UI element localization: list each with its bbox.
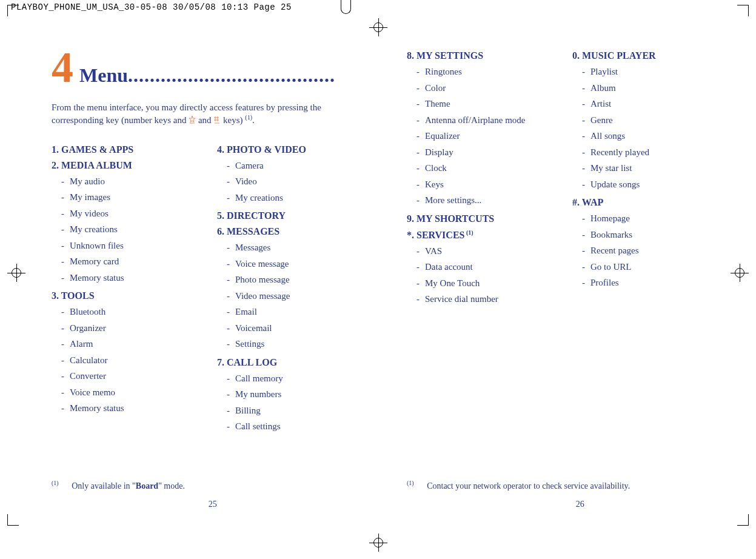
page-number-left: 25 <box>201 500 225 509</box>
footnote-left-suffix: " mode. <box>158 481 185 490</box>
list-item: Call memory <box>217 370 364 387</box>
registration-mark-left <box>7 264 25 282</box>
list-item: Album <box>572 80 720 96</box>
chapter-dots: ...................................... <box>128 64 335 87</box>
section-title: *. SERVICES (1) <box>407 229 554 241</box>
list-item: Messages <box>217 239 364 256</box>
list-item: Video <box>217 173 364 190</box>
list-item: Memory status <box>52 270 199 286</box>
list-item: Keys <box>407 176 554 193</box>
chapter-name: Menu <box>79 64 128 88</box>
page-left: 4 Menu .................................… <box>52 45 383 506</box>
list-item: Email <box>217 304 364 320</box>
list-item: Memory card <box>52 253 199 270</box>
section-title: 4. PHOTO & VIDEO <box>217 144 364 155</box>
list-item: Bluetooth <box>52 304 199 320</box>
list-item: Update songs <box>572 176 720 193</box>
left-col1: 1. GAMES & APPS2. MEDIA ALBUMMy audioMy … <box>52 139 199 438</box>
intro-sup: (1) <box>245 114 252 121</box>
list-item: Call settings <box>217 418 364 435</box>
sub-list: RingtonesColorThemeAntenna off/Airplane … <box>407 64 554 209</box>
list-item: Color <box>407 80 554 96</box>
list-item: My creations <box>217 190 364 206</box>
intro-line1: From the menu interface, you may directl… <box>52 102 321 112</box>
list-item: Settings <box>217 336 364 352</box>
sub-list: HomepageBookmarksRecent pagesGo to URLPr… <box>572 210 720 291</box>
footnote-left-sup: (1) <box>52 480 59 486</box>
right-col1: 8. MY SETTINGSRingtonesColorThemeAntenna… <box>407 45 554 311</box>
list-item: Genre <box>572 112 720 129</box>
list-item: Calculator <box>52 352 199 369</box>
footnote-left-bold: Board <box>136 481 158 490</box>
sub-list: PlaylistAlbumArtistGenreAll songsRecentl… <box>572 64 720 192</box>
list-item: My numbers <box>217 386 364 403</box>
sub-list: My audioMy imagesMy videosMy creationsUn… <box>52 173 199 286</box>
list-item: Antenna off/Airplane mode <box>407 112 554 129</box>
list-item: Video message <box>217 288 364 304</box>
list-item: My star list <box>572 160 720 176</box>
list-item: Memory status <box>52 400 199 417</box>
list-item: Ringtones <box>407 64 554 80</box>
sub-list: Call memoryMy numbersBillingCall setting… <box>217 370 364 435</box>
right-page-columns: 8. MY SETTINGSRingtonesColorThemeAntenna… <box>407 45 720 311</box>
page-number-right: 26 <box>568 500 592 509</box>
list-item: My creations <box>52 221 199 238</box>
list-item: Theme <box>407 96 554 112</box>
list-item: Recently played <box>572 144 720 161</box>
list-item: Billing <box>217 403 364 419</box>
registration-mark-top <box>369 18 387 36</box>
left-page-columns: 1. GAMES & APPS2. MEDIA ALBUMMy audioMy … <box>52 139 364 438</box>
star-key-icon <box>189 115 196 127</box>
footnote-left: (1) Only available in "Board" mode. <box>52 480 185 491</box>
crop-mark-top-right <box>737 5 749 16</box>
list-item: Recent pages <box>572 243 720 259</box>
list-item: Organizer <box>52 320 199 336</box>
section-title: 6. MESSAGES <box>217 226 364 237</box>
section-title: 9. MY SHORTCUTS <box>407 213 554 224</box>
list-item: Bookmarks <box>572 227 720 243</box>
section-title: 0. MUSIC PLAYER <box>572 50 720 61</box>
page-right: 8. MY SETTINGSRingtonesColorThemeAntenna… <box>383 45 720 506</box>
list-item: VAS <box>407 243 554 259</box>
list-item: Service dial number <box>407 291 554 307</box>
list-item: Equalizer <box>407 128 554 144</box>
footnote-right-text: Contact your network operator to check s… <box>427 481 630 490</box>
section-title: #. WAP <box>572 197 720 208</box>
list-item: My audio <box>52 173 199 190</box>
right-col2: 0. MUSIC PLAYERPlaylistAlbumArtistGenreA… <box>572 45 720 311</box>
intro-text: From the menu interface, you may directl… <box>52 101 364 127</box>
list-item: Playlist <box>572 64 720 80</box>
chapter-number: 4 <box>52 45 73 89</box>
list-item: Unknown files <box>52 238 199 254</box>
sub-list: BluetoothOrganizerAlarmCalculatorConvert… <box>52 304 199 417</box>
chapter-heading: 4 Menu .................................… <box>52 45 364 89</box>
page-spread: 4 Menu .................................… <box>52 45 720 506</box>
footnote-left-prefix: Only available in " <box>72 481 136 490</box>
section-title: 5. DIRECTORY <box>217 210 364 221</box>
list-item: My One Touch <box>407 275 554 292</box>
list-item: All songs <box>572 128 720 144</box>
hash-key-icon <box>213 115 221 127</box>
list-item: My videos <box>52 206 199 222</box>
list-item: Camera <box>217 158 364 174</box>
list-item: My images <box>52 189 199 206</box>
section-title-sup: (1) <box>464 229 473 236</box>
list-item: Voice message <box>217 256 364 272</box>
list-item: Alarm <box>52 336 199 352</box>
footnote-right: (1) Contact your network operator to che… <box>407 480 630 491</box>
crop-mark-bottom-left <box>7 514 19 526</box>
sub-list: VASData accountMy One TouchService dial … <box>407 243 554 307</box>
list-item: Go to URL <box>572 259 720 275</box>
section-title: 1. GAMES & APPS <box>52 144 199 155</box>
intro-line2-suffix: keys) <box>223 115 245 125</box>
list-item: Display <box>407 144 554 161</box>
list-item: More settings... <box>407 192 554 209</box>
list-item: Voicemail <box>217 320 364 336</box>
list-item: Profiles <box>572 275 720 291</box>
list-item: Clock <box>407 160 554 176</box>
registration-mark-right <box>731 264 749 282</box>
intro-line2-mid: and <box>198 115 213 125</box>
list-item: Artist <box>572 96 720 112</box>
list-item: Voice memo <box>52 384 199 401</box>
intro-line2-prefix: corresponding key (number keys and <box>52 115 189 125</box>
